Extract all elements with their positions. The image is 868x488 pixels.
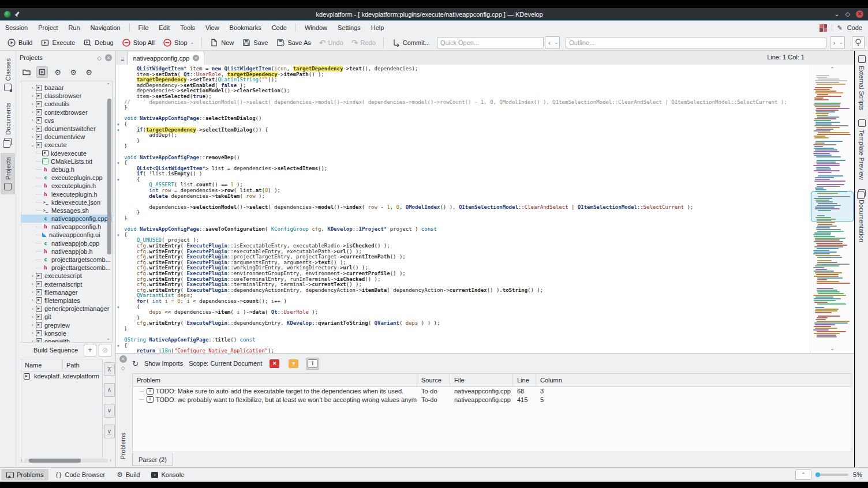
- tab-external-scripts[interactable]: External Scripts: [855, 51, 868, 115]
- tree-item-konsole[interactable]: ›konsole: [21, 329, 112, 337]
- fold-marker-icon[interactable]: ▾: [117, 122, 122, 127]
- statusbar-konsole-button[interactable]: › Konsole: [146, 469, 189, 481]
- open-folder-icon[interactable]: [21, 66, 32, 78]
- expander-icon[interactable]: ›: [29, 322, 36, 328]
- menu-settings[interactable]: Settings: [332, 22, 366, 33]
- problem-row[interactable]: iTODO: we probably want to flexibilize, …: [133, 396, 851, 404]
- tree-item-filetemplates[interactable]: ›filetemplates: [21, 296, 112, 305]
- hints-filter-button[interactable]: i: [306, 358, 319, 370]
- build-target-icon[interactable]: [36, 66, 48, 78]
- undo-button[interactable]: ↶Undo: [316, 36, 347, 49]
- area-switcher-icon[interactable]: [820, 24, 827, 32]
- menu-tools[interactable]: Tools: [175, 22, 200, 33]
- execute-button[interactable]: Execute: [37, 36, 78, 49]
- expander-icon[interactable]: ›: [29, 281, 36, 287]
- fold-marker-icon[interactable]: ▾: [117, 127, 122, 133]
- tree-item-openwith[interactable]: ›openwith: [21, 337, 112, 343]
- float-panel-icon[interactable]: ◇: [97, 55, 102, 61]
- minimap-up-icon[interactable]: ⌃: [810, 66, 854, 72]
- menu-session[interactable]: Session: [0, 22, 33, 33]
- menu-help[interactable]: Help: [366, 22, 390, 33]
- menu-run[interactable]: Run: [63, 22, 85, 33]
- tab-documentation[interactable]: Documentation: [855, 185, 868, 247]
- col-problem[interactable]: Problem: [133, 374, 417, 386]
- scroll-left-icon[interactable]: ‹: [21, 457, 23, 463]
- document-tab[interactable]: nativeappconfig.cpp ✕: [128, 51, 204, 65]
- minimap-viewport[interactable]: [811, 192, 854, 222]
- menu-window[interactable]: Window: [300, 22, 332, 33]
- reload-icon[interactable]: ↻: [132, 359, 139, 368]
- col-file[interactable]: File: [450, 374, 513, 386]
- expander-icon[interactable]: ›: [29, 85, 36, 91]
- fold-marker-icon[interactable]: ▾: [117, 232, 122, 238]
- tree-item-messages-sh[interactable]: >_Messages.sh: [21, 207, 112, 215]
- expander-icon[interactable]: ›: [29, 298, 36, 303]
- scroll-up-icon[interactable]: ⌃: [106, 82, 110, 88]
- tab-close-icon[interactable]: ✕: [193, 55, 199, 61]
- statusbar-build-button[interactable]: ⚙ Build: [111, 469, 145, 481]
- statusbar-code-browser-button[interactable]: {} Code Browser: [50, 469, 110, 481]
- expander-icon[interactable]: ›: [29, 314, 36, 320]
- tree-item-nativeappconfig-cpp[interactable]: cnativeappconfig.cpp: [21, 215, 112, 223]
- tree-item-nativeappjob-h[interactable]: hnativeappjob.h: [21, 247, 112, 256]
- tree-item-contextbrowser[interactable]: ›contextbrowser: [21, 108, 112, 117]
- parser-tab[interactable]: Parser (2): [132, 453, 173, 466]
- tree-item-genericprojectmanager[interactable]: ›genericprojectmanager: [21, 305, 112, 313]
- build-settings-icon[interactable]: ⚙: [68, 66, 79, 78]
- expander-icon[interactable]: ›: [29, 134, 36, 140]
- fold-gutter[interactable]: ▾▾▾▾▾▾▾: [116, 65, 124, 353]
- code-editor[interactable]: ▾▾▾▾▾▾▾ QListWidgetItem* item = new QLis…: [116, 65, 810, 353]
- build-seq-col-name[interactable]: Name: [21, 359, 63, 371]
- errors-filter-button[interactable]: ✕: [268, 358, 281, 370]
- lightbulb-button[interactable]: [852, 36, 865, 49]
- commit-button[interactable]: Commit...: [388, 36, 433, 49]
- tree-item-iexecuteplugin-h[interactable]: hiexecuteplugin.h: [21, 190, 112, 198]
- show-imports-button[interactable]: Show Imports: [144, 360, 183, 367]
- build-seq-row[interactable]: kdevplatf... kdevplatform: [21, 371, 102, 381]
- tree-item-filemanager[interactable]: ›filemanager: [21, 288, 112, 296]
- tree-item-execute[interactable]: ⌄execute: [21, 141, 112, 149]
- tree-item-codeutils[interactable]: ›codeutils: [21, 100, 112, 108]
- debug-button[interactable]: Debug: [80, 36, 117, 49]
- forward-button[interactable]: ›: [830, 36, 839, 49]
- menu-bookmarks[interactable]: Bookmarks: [225, 22, 267, 33]
- tree-item-documentswitcher[interactable]: ›documentswitcher: [21, 125, 112, 133]
- minimap-scrollbar[interactable]: ⌃ ⌄: [810, 65, 854, 353]
- statusbar-problems-button[interactable]: Problems: [1, 469, 48, 481]
- tree-item-cvs[interactable]: ›cvs: [21, 117, 112, 125]
- expander-icon[interactable]: ›: [29, 110, 36, 115]
- expander-icon[interactable]: ⌄: [29, 142, 36, 148]
- expander-icon[interactable]: ›: [29, 339, 36, 343]
- expander-icon[interactable]: ›: [29, 331, 36, 336]
- float-problems-icon[interactable]: ◇: [121, 365, 125, 371]
- scroll-right-icon[interactable]: ›: [110, 457, 111, 463]
- build-button[interactable]: Build: [3, 36, 36, 49]
- redo-button[interactable]: ↷Redo: [348, 36, 379, 49]
- minimize-button[interactable]: ⌄: [834, 11, 839, 17]
- expander-icon[interactable]: ›: [29, 93, 36, 99]
- menu-project[interactable]: Project: [33, 22, 63, 33]
- tree-item-nativeappconfig-h[interactable]: hnativeappconfig.h: [21, 223, 112, 231]
- fold-marker-icon[interactable]: ▾: [117, 177, 122, 183]
- document-list-icon[interactable]: ≡: [121, 56, 124, 62]
- tree-item-kdevexecute-json[interactable]: >_kdevexecute.json: [21, 198, 112, 207]
- tree-item-debug-h[interactable]: hdebug.h: [21, 166, 112, 174]
- close-button[interactable]: ✕: [856, 10, 863, 18]
- warnings-filter-button[interactable]: ▾: [287, 358, 300, 370]
- save-as-button[interactable]: Save As: [272, 36, 314, 49]
- menu-file[interactable]: File: [133, 22, 154, 33]
- build-seq-hscrollbar[interactable]: ‹ ›: [21, 457, 111, 464]
- menu-edit[interactable]: Edit: [154, 22, 175, 33]
- tree-item-externalscript[interactable]: ›externalscript: [21, 280, 112, 288]
- menu-navigation[interactable]: Navigation: [85, 22, 126, 33]
- new-button[interactable]: New: [206, 36, 237, 49]
- tree-item-nativeappconfig-ui[interactable]: nativeappconfig.ui: [21, 231, 112, 239]
- tree-item-executeplugin-h[interactable]: hexecuteplugin.h: [21, 182, 112, 190]
- fold-marker-icon[interactable]: ▾: [117, 343, 122, 349]
- tree-item-executeplugin-cpp[interactable]: cexecuteplugin.cpp: [21, 174, 112, 182]
- tree-item-documentview[interactable]: ›documentview: [21, 133, 112, 141]
- add-to-build-sequence-button[interactable]: +: [84, 344, 96, 356]
- expander-icon[interactable]: ›: [29, 102, 36, 107]
- tree-item-executescript[interactable]: ›executescript: [21, 272, 112, 280]
- col-line[interactable]: Line: [513, 374, 536, 386]
